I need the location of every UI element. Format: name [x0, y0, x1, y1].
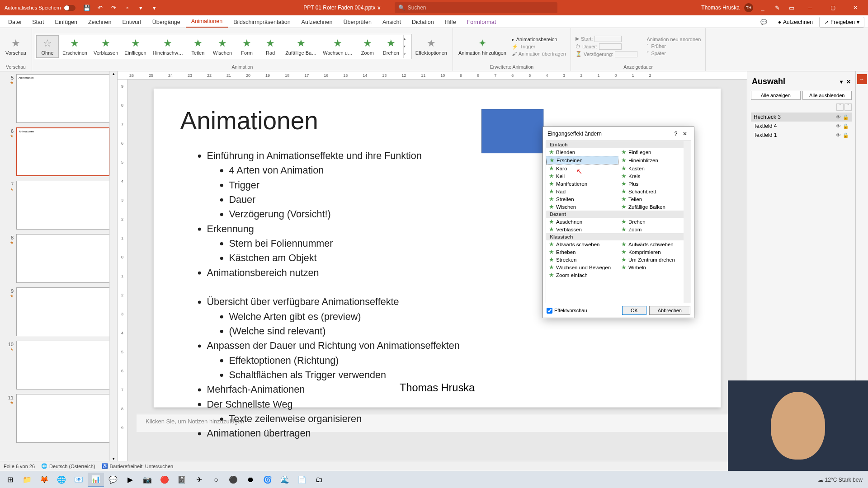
collapsed-pane-button[interactable]: ↔: [857, 74, 867, 84]
effect-option[interactable]: ★Teilen: [618, 195, 691, 203]
accessibility-status[interactable]: ♿ Barrierefreiheit: Untersuchen: [102, 463, 174, 469]
anim-spin[interactable]: ★Drehen: [380, 35, 402, 58]
tab-help[interactable]: Hilfe: [439, 17, 462, 28]
gallery-more-button[interactable]: ▴▾▿: [403, 35, 410, 58]
effect-option[interactable]: ★Hineinblitzen: [618, 156, 691, 164]
tb-icon[interactable]: ⎯: [758, 3, 768, 13]
effect-option[interactable]: ★Plus: [618, 180, 691, 188]
obs-icon[interactable]: ⚫: [225, 473, 241, 487]
visibility-icon[interactable]: 👁: [836, 132, 841, 138]
slide-author[interactable]: Thomas Hruska: [400, 382, 475, 394]
tab-shape-format[interactable]: Formformat: [462, 17, 502, 28]
document-title[interactable]: PPT 01 Roter Faden 004.pptx ∨: [303, 5, 381, 11]
lock-icon[interactable]: 🔒: [843, 123, 849, 129]
tb-icon[interactable]: ✎: [772, 3, 782, 13]
minimize-button[interactable]: ─: [801, 0, 819, 15]
selection-item[interactable]: Textfeld 4👁🔒: [751, 122, 852, 131]
timing-delay[interactable]: ⏳ Verzögerung:: [574, 51, 639, 58]
animation-painter-button[interactable]: 🖌 Animation übertragen: [510, 51, 568, 57]
app-icon[interactable]: 📄: [294, 473, 310, 487]
anim-flyin[interactable]: ★Einfliegen: [122, 35, 149, 58]
autosave-toggle[interactable]: Automatisches Speichern: [2, 5, 78, 11]
slide-thumbnail[interactable]: 11★: [7, 394, 110, 443]
onenote-icon[interactable]: 📓: [174, 473, 190, 487]
ok-button[interactable]: OK: [622, 306, 646, 315]
tab-draw[interactable]: Zeichnen: [83, 17, 117, 28]
close-button[interactable]: ✕: [846, 0, 864, 15]
telegram-icon[interactable]: ✈: [191, 473, 207, 487]
tab-slideshow[interactable]: Bildschirmpräsentation: [228, 17, 296, 28]
qat-icon[interactable]: ▾: [136, 3, 146, 13]
search-input[interactable]: 🔍 Suchen: [395, 2, 557, 13]
app-icon[interactable]: ○: [208, 473, 224, 487]
dialog-close-icon[interactable]: ✕: [680, 131, 689, 137]
app-icon[interactable]: 🔴: [156, 473, 173, 487]
anim-wipe[interactable]: ★Wischen: [210, 35, 235, 58]
tab-review[interactable]: Überprüfen: [338, 17, 377, 28]
anim-split[interactable]: ★Teilen: [187, 35, 209, 58]
anim-shape[interactable]: ★Form: [236, 35, 258, 58]
slide-thumbnail[interactable]: 9★: [7, 287, 110, 336]
effect-option[interactable]: ★Kasten: [618, 164, 691, 172]
effect-option[interactable]: ★Rad: [546, 188, 618, 195]
tab-transitions[interactable]: Übergänge: [147, 17, 186, 28]
app-icon[interactable]: 📷: [139, 473, 156, 487]
anim-zoom[interactable]: ★Zoom: [356, 35, 379, 58]
effect-list[interactable]: Einfach ★Blenden★Einfliegen★Erscheinen★H…: [546, 141, 691, 303]
effect-option[interactable]: ★Aufwärts schweben: [618, 240, 691, 248]
effect-option[interactable]: ★Schachbrett: [618, 188, 691, 195]
selection-item[interactable]: Rechteck 3👁🔒: [751, 113, 852, 122]
trigger-button[interactable]: ⚡ Trigger: [510, 43, 568, 50]
effect-option[interactable]: ★Wischen: [546, 203, 618, 211]
language-status[interactable]: 🌐 Deutsch (Österreich): [41, 463, 95, 469]
anim-fade[interactable]: ★Verblassen: [91, 35, 121, 58]
visibility-icon[interactable]: 👁: [836, 123, 841, 129]
tab-start[interactable]: Start: [27, 17, 49, 28]
tab-design[interactable]: Entwurf: [117, 17, 146, 28]
user-name[interactable]: Thomas Hruska: [701, 5, 740, 11]
app-icon[interactable]: 🗂: [311, 473, 327, 487]
anim-grow[interactable]: ★Wachsen u…: [320, 35, 355, 58]
lock-icon[interactable]: 🔒: [843, 132, 849, 138]
effect-option[interactable]: ★Blenden: [546, 148, 618, 156]
effect-option[interactable]: ★Zufällige Balken: [618, 203, 691, 211]
start-button[interactable]: ⊞: [2, 473, 18, 487]
app-icon[interactable]: 💬: [105, 473, 121, 487]
tab-dictation[interactable]: Dictation: [406, 17, 439, 28]
effect-option[interactable]: ★Wirbeln: [618, 263, 691, 271]
timing-duration[interactable]: ⏱ Dauer:: [574, 43, 639, 50]
user-avatar[interactable]: TH: [744, 3, 753, 12]
qat-icon[interactable]: ▫: [123, 3, 132, 13]
comments-button[interactable]: 💬: [756, 17, 772, 27]
maximize-button[interactable]: ▢: [824, 0, 842, 15]
app-icon[interactable]: 🌀: [259, 473, 276, 487]
app-icon[interactable]: ⏺: [242, 473, 259, 487]
effect-option[interactable]: ★Karo: [546, 164, 618, 172]
dialog-help-icon[interactable]: ?: [671, 131, 680, 137]
slide-thumbnail[interactable]: 6★Animationen: [7, 127, 110, 176]
slide-thumbnail[interactable]: 8★: [7, 234, 110, 283]
slide-thumbnail[interactable]: 5★Animationen: [7, 74, 110, 123]
effect-option[interactable]: ★Erheben: [546, 248, 618, 256]
add-animation-button[interactable]: ✦ Animation hinzufügen: [456, 36, 509, 57]
anim-floatin[interactable]: ★Hineinschw…: [150, 35, 186, 58]
powerpoint-icon[interactable]: 📊: [88, 473, 104, 487]
hide-all-button[interactable]: Alle ausblenden: [802, 91, 852, 100]
move-down-icon[interactable]: ˅: [844, 103, 852, 111]
thumbnails-scrollbar[interactable]: [109, 71, 117, 461]
tab-file[interactable]: Datei: [3, 17, 27, 28]
anim-none[interactable]: ☆Ohne: [36, 35, 59, 58]
effect-option[interactable]: ★Abwärts schweben: [546, 240, 618, 248]
explorer-icon[interactable]: 📁: [19, 473, 35, 487]
qat-more-icon[interactable]: ▾: [150, 3, 160, 13]
visibility-icon[interactable]: 👁: [836, 114, 841, 120]
move-up-icon[interactable]: ˄: [836, 103, 844, 111]
effect-option[interactable]: ★Drehen: [618, 218, 691, 225]
vlc-icon[interactable]: ▶: [122, 473, 138, 487]
tb-icon[interactable]: ▭: [787, 3, 797, 13]
tab-insert[interactable]: Einfügen: [50, 17, 83, 28]
effect-option[interactable]: ★Strecken: [546, 256, 618, 263]
firefox-icon[interactable]: 🦊: [36, 473, 52, 487]
animation-pane-button[interactable]: ▸ Animationsbereich: [510, 36, 568, 43]
preview-effect-checkbox[interactable]: Effektvorschau: [547, 308, 619, 314]
